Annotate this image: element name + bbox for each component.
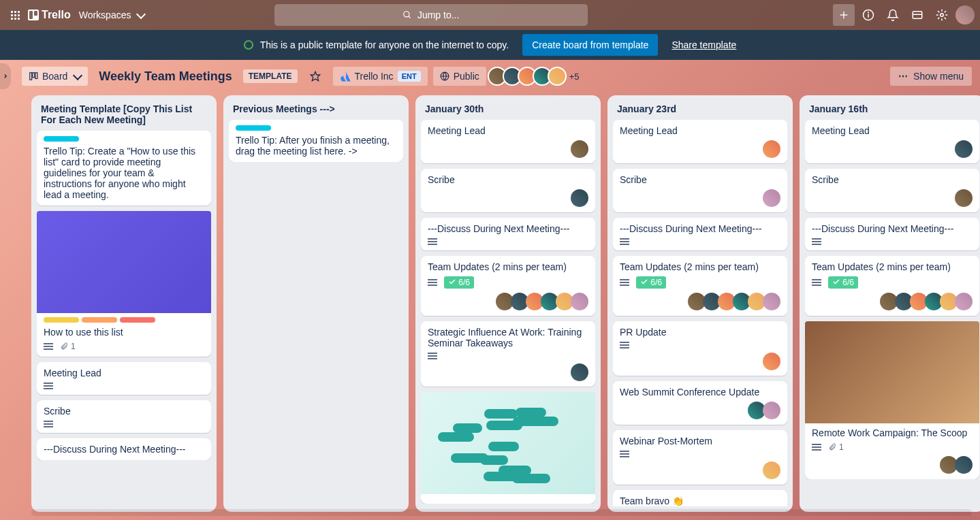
user-avatar[interactable] [955, 5, 975, 25]
card-members [428, 189, 588, 207]
card-badges: 1 [812, 442, 973, 452]
member-avatar[interactable] [548, 67, 567, 86]
description-icon [428, 279, 437, 286]
card-title: Team Updates (2 mins per team) [812, 261, 973, 272]
card[interactable]: Team bravo 👏 [613, 490, 787, 506]
member-avatar[interactable] [763, 353, 780, 370]
card[interactable]: Scribe [37, 400, 211, 433]
view-switcher[interactable]: Board [22, 67, 88, 86]
notifications-button[interactable] [882, 4, 904, 26]
card[interactable]: Team Updates (2 mins per team) 6/6 [421, 256, 595, 316]
card[interactable]: Team Updates (2 mins per team) 6/6 [613, 256, 787, 316]
list-title[interactable]: January 23rd [613, 101, 787, 120]
share-template-link[interactable]: Share template [671, 39, 736, 50]
card[interactable]: How to use this list 1 [37, 211, 211, 357]
show-menu-button[interactable]: ⋯ Show menu [890, 67, 972, 86]
member-avatar[interactable] [763, 461, 780, 479]
cards-container: Meeting LeadScribe---Discuss During Next… [613, 120, 787, 506]
card-badges [812, 238, 973, 245]
member-avatar[interactable] [571, 189, 588, 207]
apps-icon [11, 11, 20, 20]
search-input[interactable]: Jump to... [274, 4, 588, 26]
member-overflow[interactable]: +5 [569, 71, 580, 82]
member-avatar[interactable] [955, 189, 973, 207]
trello-logo[interactable]: Trello [28, 9, 71, 21]
card[interactable]: Meeting Lead [805, 120, 979, 163]
label-orange[interactable] [82, 317, 117, 323]
card-badges [620, 342, 780, 348]
workspaces-menu[interactable]: Workspaces [74, 5, 151, 25]
apps-menu[interactable] [5, 7, 25, 24]
card[interactable]: Scribe [613, 169, 787, 212]
card[interactable]: Scribe [421, 169, 595, 212]
list-title[interactable]: Previous Meetings ---> [229, 101, 403, 120]
list: January 30thMeeting LeadScribe---Discuss… [415, 95, 601, 512]
svg-point-6 [868, 12, 869, 13]
label-cyan[interactable] [236, 125, 271, 131]
attachment-badge: 1 [60, 342, 76, 351]
create-board-button[interactable]: Create board from template [522, 34, 658, 56]
card-title: Meeting Lead [428, 125, 588, 136]
card[interactable]: PR Update [613, 321, 787, 376]
member-avatar[interactable] [955, 456, 973, 474]
card-cover [805, 321, 979, 423]
card[interactable]: Meeting Lead [37, 362, 211, 395]
card-title: Webinar Post-Mortem [620, 436, 780, 446]
card[interactable]: Web Summit Conference Update [613, 381, 787, 425]
list-title[interactable]: Meeting Template [Copy This List For Eac… [37, 101, 211, 131]
card[interactable]: Scribe [805, 169, 979, 212]
card[interactable]: Meeting Lead [613, 120, 787, 163]
list-title[interactable]: January 16th [805, 101, 979, 120]
member-avatar[interactable] [763, 140, 780, 158]
member-avatar[interactable] [571, 293, 588, 310]
card[interactable]: ---Discuss During Next Meeting--- [421, 218, 595, 250]
star-button[interactable] [303, 67, 328, 86]
card[interactable]: Trello Tip: Create a "How to use this li… [37, 131, 211, 206]
star-icon [310, 71, 321, 82]
card[interactable]: Team Updates (2 mins per team) 6/6 [805, 256, 979, 316]
board-members[interactable]: +5 [492, 67, 580, 86]
member-avatar[interactable] [763, 189, 780, 207]
card-title: Trello Tip: After you finish a meeting, … [236, 135, 396, 157]
card[interactable]: Remote Work Campaign: The Scoop 1 [805, 321, 979, 479]
member-avatar[interactable] [763, 293, 780, 310]
card-members [428, 363, 588, 381]
label-cyan[interactable] [44, 136, 79, 142]
card-title: Strategic Influence At Work: Training Se… [428, 327, 588, 348]
card[interactable]: ---Discuss During Next Meeting--- [805, 218, 979, 250]
board-title[interactable]: Weekly Team Meetings [93, 69, 237, 84]
cards-container: Meeting LeadScribe---Discuss During Next… [805, 120, 979, 479]
horizontal-scrollbar[interactable] [31, 509, 972, 516]
board-canvas[interactable]: Meeting Template [Copy This List For Eac… [0, 93, 980, 520]
sidebar-toggle[interactable] [0, 63, 11, 89]
ent-badge: ENT [398, 71, 421, 82]
description-icon [620, 451, 629, 457]
card[interactable]: Meeting Lead [421, 120, 595, 163]
card[interactable] [421, 392, 595, 504]
info-button[interactable] [857, 4, 879, 26]
member-avatar[interactable] [571, 140, 588, 158]
theme-button[interactable] [906, 4, 928, 26]
workspace-link[interactable]: Trello Inc ENT [333, 67, 428, 86]
card[interactable]: Strategic Influence At Work: Training Se… [421, 321, 595, 387]
member-avatar[interactable] [763, 402, 780, 419]
label-red[interactable] [120, 317, 155, 323]
list-title[interactable]: January 30th [421, 101, 595, 120]
member-avatar[interactable] [955, 140, 973, 158]
card-title: ---Discuss During Next Meeting--- [428, 223, 588, 234]
settings-button[interactable] [931, 4, 953, 26]
card-title: ---Discuss During Next Meeting--- [44, 444, 204, 455]
member-avatar[interactable] [955, 293, 973, 310]
card[interactable]: Trello Tip: After you finish a meeting, … [229, 120, 403, 162]
visibility-button[interactable]: Public [433, 67, 486, 86]
cards-container: Trello Tip: Create a "How to use this li… [37, 131, 211, 460]
member-avatar[interactable] [571, 363, 588, 381]
card[interactable]: ---Discuss During Next Meeting--- [613, 218, 787, 250]
card-members [620, 402, 780, 419]
theme-icon [911, 9, 923, 21]
label-yellow[interactable] [44, 317, 79, 323]
card[interactable]: Webinar Post-Mortem [613, 430, 787, 485]
card[interactable]: ---Discuss During Next Meeting--- [37, 438, 211, 460]
globe-icon [440, 71, 449, 81]
create-button[interactable] [833, 4, 855, 26]
